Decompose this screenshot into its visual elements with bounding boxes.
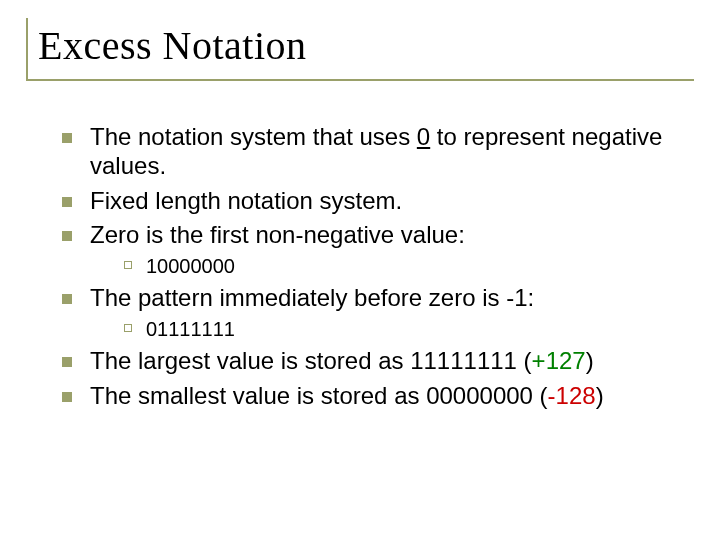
- bullet-item: The notation system that uses 0 to repre…: [62, 123, 694, 181]
- sub-bullet-item: 01111111: [124, 317, 694, 341]
- sub-bullet-text: 10000000: [146, 255, 235, 277]
- sub-bullet-item: 10000000: [124, 254, 694, 278]
- bullet-item: The pattern immediately before zero is -…: [62, 284, 694, 341]
- value-negative: -128: [548, 382, 596, 409]
- underlined-zero: 0: [417, 123, 430, 150]
- bullet-text: ): [596, 382, 604, 409]
- bullet-list: The notation system that uses 0 to repre…: [26, 123, 694, 411]
- bullet-text: The pattern immediately before zero is -…: [90, 284, 534, 311]
- value-positive: +127: [532, 347, 586, 374]
- bullet-text: The smallest value is stored as 00000000…: [90, 382, 548, 409]
- bullet-text: The largest value is stored as 11111111 …: [90, 347, 532, 374]
- bullet-item: The smallest value is stored as 00000000…: [62, 382, 694, 411]
- bullet-text: Zero is the first non-negative value:: [90, 221, 465, 248]
- bullet-item: Zero is the first non-negative value: 10…: [62, 221, 694, 278]
- slide-body: The notation system that uses 0 to repre…: [26, 123, 694, 411]
- slide: Excess Notation The notation system that…: [0, 0, 720, 540]
- title-container: Excess Notation: [26, 18, 694, 81]
- bullet-item: The largest value is stored as 11111111 …: [62, 347, 694, 376]
- bullet-text: Fixed length notation system.: [90, 187, 402, 214]
- sub-bullet-list: 10000000: [90, 254, 694, 278]
- slide-title: Excess Notation: [38, 22, 694, 69]
- bullet-text: The notation system that uses: [90, 123, 417, 150]
- bullet-item: Fixed length notation system.: [62, 187, 694, 216]
- bullet-text: ): [586, 347, 594, 374]
- sub-bullet-text: 01111111: [146, 318, 235, 340]
- sub-bullet-list: 01111111: [90, 317, 694, 341]
